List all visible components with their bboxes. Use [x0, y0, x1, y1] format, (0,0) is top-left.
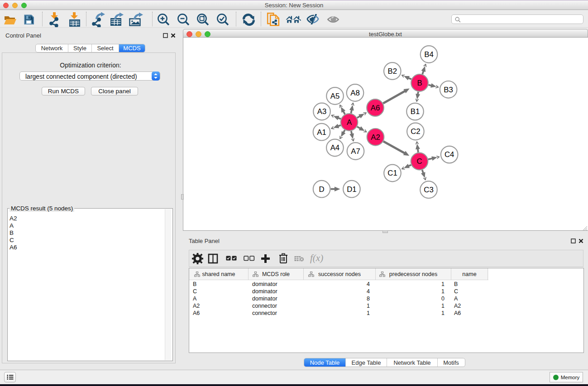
- svg-text:A: A: [347, 118, 352, 127]
- svg-text:D: D: [319, 185, 325, 194]
- svg-text:A7: A7: [351, 147, 360, 156]
- svg-text:C3: C3: [424, 186, 433, 194]
- svg-text:A2: A2: [371, 133, 380, 142]
- svg-text:B1: B1: [411, 107, 420, 116]
- svg-text:B4: B4: [424, 50, 434, 59]
- svg-text:C2: C2: [411, 127, 420, 136]
- svg-text:A1: A1: [317, 128, 326, 137]
- svg-text:B3: B3: [444, 86, 453, 94]
- svg-text:A6: A6: [371, 104, 380, 112]
- svg-text:B: B: [417, 79, 422, 87]
- svg-text:C4: C4: [445, 150, 454, 159]
- svg-text:C: C: [416, 157, 422, 166]
- svg-text:A4: A4: [330, 143, 340, 152]
- svg-text:C1: C1: [387, 169, 397, 177]
- svg-text:A5: A5: [330, 92, 340, 100]
- svg-text:B2: B2: [388, 67, 397, 76]
- svg-text:A3: A3: [317, 107, 327, 116]
- svg-text:D1: D1: [347, 185, 356, 194]
- svg-text:A8: A8: [350, 89, 360, 97]
